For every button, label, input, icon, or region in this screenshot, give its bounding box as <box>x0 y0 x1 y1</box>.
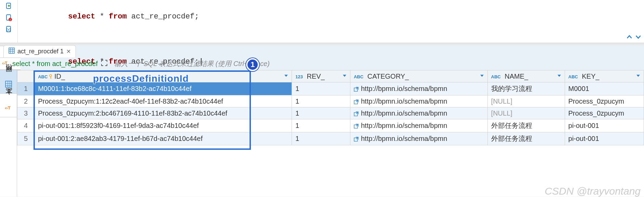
name-cell[interactable]: [NULL] <box>487 107 565 119</box>
table-row[interactable]: 4pi-out-001:1:8f5923f0-4169-11ef-9da3-ac… <box>17 119 644 132</box>
id-cell[interactable]: Process_0zpucym:2:bc467169-4110-11ef-83b… <box>35 107 292 119</box>
table-row[interactable]: 5pi-out-001:2:ae842ab3-4179-11ef-b67d-ac… <box>17 132 644 145</box>
column-header-key[interactable]: ABC KEY_ <box>565 70 644 82</box>
variable-file-icon[interactable]: {x} <box>4 25 14 34</box>
type-abc-icon: ABC <box>491 74 501 79</box>
svg-text:!: ! <box>10 18 11 22</box>
annotation-badge: 1 <box>246 58 259 71</box>
external-link-icon <box>354 135 359 142</box>
column-header-name[interactable]: ABC NAME_ <box>487 70 565 82</box>
id-cell[interactable]: pi-out-001:1:8f5923f0-4169-11ef-9da3-ac7… <box>35 119 292 132</box>
sql-editor[interactable]: select * from act_re_procdef; select * f… <box>18 0 644 43</box>
sort-arrow-icon[interactable] <box>635 73 641 80</box>
close-icon[interactable]: ✕ <box>66 48 71 55</box>
sort-arrow-icon[interactable] <box>283 73 289 80</box>
category-cell[interactable]: http://bpmn.io/schema/bpmn <box>350 107 487 119</box>
type-abc-icon: ABC <box>568 74 578 79</box>
row-number-cell[interactable]: 3 <box>17 107 35 119</box>
table-row[interactable]: 1M0001:1:bce68c8c-4111-11ef-83b2-ac74b10… <box>17 82 644 95</box>
rev-cell[interactable]: 1 <box>292 82 350 95</box>
type-abc-icon: ABC <box>38 74 48 79</box>
key-icon <box>49 73 52 80</box>
svg-point-18 <box>50 75 52 77</box>
name-cell[interactable]: 我的学习流程 <box>487 82 565 95</box>
rev-cell[interactable]: 1 <box>292 95 350 107</box>
grid-icon <box>5 80 12 88</box>
sort-arrow-icon[interactable] <box>342 73 347 80</box>
editor-nav-arrows[interactable] <box>626 34 643 40</box>
id-cell[interactable]: pi-out-001:2:ae842ab3-4179-11ef-b67d-ac7… <box>35 132 292 145</box>
svg-text:‹›T: ‹›T <box>2 61 8 66</box>
sort-arrow-icon[interactable] <box>556 73 562 80</box>
grid-view-tab[interactable]: 网格 <box>0 70 17 94</box>
svg-text:{x}: {x} <box>6 27 11 31</box>
row-number-header[interactable] <box>17 70 35 82</box>
key-cell[interactable]: Process_0zpucym <box>565 95 644 107</box>
type-number-icon: 123 <box>295 74 303 79</box>
sort-arrow-icon[interactable] <box>479 73 485 80</box>
table-row[interactable]: 3Process_0zpucym:2:bc467169-4110-11ef-83… <box>17 107 644 119</box>
keyword-from: from <box>109 12 127 21</box>
svg-text:‹›T: ‹›T <box>5 105 11 110</box>
svg-rect-12 <box>5 81 12 87</box>
error-file-icon[interactable]: ! <box>4 13 14 23</box>
view-mode-tabs: 网格 文本 ‹›T <box>0 70 17 197</box>
row-number-cell[interactable]: 2 <box>17 95 35 107</box>
row-number-cell[interactable]: 1 <box>17 82 35 95</box>
result-tab-label: act_re_procdef 1 <box>17 48 64 55</box>
rev-cell[interactable]: 1 <box>292 107 350 119</box>
name-cell[interactable]: 外部任务流程 <box>487 119 565 132</box>
key-cell[interactable]: pi-out-001 <box>565 119 644 132</box>
table-icon <box>9 48 15 55</box>
external-link-icon <box>354 97 359 105</box>
id-cell[interactable]: Process_0zpucym:1:12c2eacf-40ef-11ef-83b… <box>35 95 292 107</box>
external-link-icon <box>354 122 359 129</box>
expand-icon[interactable] <box>100 59 108 68</box>
name-cell[interactable]: [NULL] <box>487 95 565 107</box>
column-header-rev[interactable]: 123 REV_ <box>292 70 350 82</box>
rev-cell[interactable]: 1 <box>292 119 350 132</box>
id-cell[interactable]: M0001:1:bce68c8c-4111-11ef-83b2-ac74b10c… <box>35 82 292 95</box>
add-file-icon[interactable] <box>4 1 14 11</box>
external-link-icon <box>354 85 359 92</box>
name-cell[interactable]: 外部任务流程 <box>487 132 565 145</box>
editor-section: ! {x} select * from act_re_procdef; sele… <box>0 0 644 43</box>
external-link-icon <box>354 109 359 117</box>
row-number-cell[interactable]: 5 <box>17 132 35 145</box>
category-cell[interactable]: http://bpmn.io/schema/bpmn <box>350 95 487 107</box>
key-cell[interactable]: M0001 <box>565 82 644 95</box>
key-cell[interactable]: pi-out-001 <box>565 132 644 145</box>
filter-sql-text[interactable]: select * from act_re_procdef <box>12 60 98 68</box>
result-tab[interactable]: act_re_procdef 1 ✕ <box>3 45 76 57</box>
text-view-tab[interactable]: 文本 ‹›T <box>0 94 17 117</box>
category-cell[interactable]: http://bpmn.io/schema/bpmn <box>350 82 487 95</box>
results-grid-area: 网格 文本 ‹›T ABC ID_ 123 REV_ <box>0 70 644 197</box>
rev-cell[interactable]: 1 <box>292 132 350 145</box>
table-row[interactable]: 2Process_0zpucym:1:12c2eacf-40ef-11ef-83… <box>17 95 644 107</box>
category-cell[interactable]: http://bpmn.io/schema/bpmn <box>350 132 487 145</box>
row-number-cell[interactable]: 4 <box>17 119 35 132</box>
column-header-category[interactable]: ABC CATEGORY_ <box>350 70 487 82</box>
editor-gutter-actions: ! {x} <box>0 0 18 43</box>
annotation-label: processDefinitionId <box>93 73 189 84</box>
data-grid[interactable]: ABC ID_ 123 REV_ ABC CATEGORY_ <box>17 70 644 197</box>
keyword-select: select <box>68 12 95 21</box>
text-icon: ‹›T <box>5 104 12 111</box>
sql-tag-icon[interactable]: ‹›T <box>2 59 10 68</box>
type-abc-icon: ABC <box>354 74 363 79</box>
svg-rect-6 <box>9 48 14 53</box>
key-cell[interactable]: Process_0zpucym <box>565 107 644 119</box>
category-cell[interactable]: http://bpmn.io/schema/bpmn <box>350 119 487 132</box>
